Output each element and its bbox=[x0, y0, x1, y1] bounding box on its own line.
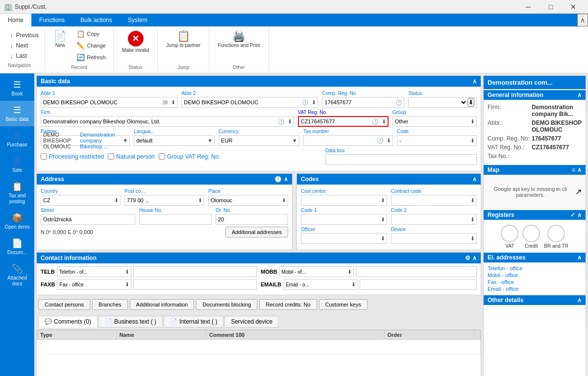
faxb-value-input[interactable] bbox=[134, 281, 256, 288]
el-item-fax[interactable]: Fax - office bbox=[488, 279, 582, 285]
partner-dropdown[interactable]: ▼ bbox=[121, 138, 129, 143]
firm-input[interactable] bbox=[41, 118, 276, 125]
tax-number-dropdown[interactable]: ⬇ bbox=[385, 138, 392, 144]
comp-reg-input[interactable] bbox=[322, 98, 394, 106]
emailb-value-wrap[interactable] bbox=[360, 279, 477, 290]
registers-check-icon[interactable]: ✓ bbox=[570, 212, 575, 218]
ribbon-collapse[interactable]: ∧ bbox=[577, 14, 588, 26]
place-input-wrap[interactable]: ⬇ bbox=[208, 195, 288, 206]
post-code-input[interactable] bbox=[125, 196, 196, 204]
faxb-type-input[interactable] bbox=[57, 281, 123, 288]
functions-print-button[interactable]: 🖨️ Functions and Print bbox=[213, 28, 264, 50]
officer-input-wrap[interactable]: ⬇ bbox=[301, 233, 387, 244]
currency-dropdown[interactable]: ▼ bbox=[291, 138, 299, 143]
code-input[interactable] bbox=[397, 137, 469, 144]
map-external-link-icon[interactable]: ↗ bbox=[575, 187, 582, 196]
language-input[interactable] bbox=[134, 137, 206, 144]
docs-blocking-button[interactable]: Documents blocking bbox=[196, 299, 257, 310]
group-dropdown[interactable]: ⬇ bbox=[469, 118, 476, 125]
tab-home[interactable]: Home bbox=[0, 14, 31, 26]
next-button[interactable]: ↓ Next bbox=[8, 41, 41, 50]
tab-system[interactable]: System bbox=[120, 14, 155, 26]
language-select[interactable]: ▼ bbox=[134, 135, 215, 146]
tab-business-text[interactable]: 📄 Business text ( ) bbox=[98, 316, 163, 328]
mobb-value-wrap[interactable] bbox=[356, 266, 477, 277]
house-no-input[interactable] bbox=[140, 215, 211, 223]
refresh-button[interactable]: 🔄 Refresh bbox=[73, 52, 109, 63]
cost-centre-input[interactable] bbox=[301, 196, 379, 204]
or-no-input-wrap[interactable] bbox=[216, 214, 288, 225]
contact-collapse[interactable]: ∧ bbox=[472, 255, 477, 261]
previous-button[interactable]: ↑ Previous bbox=[8, 31, 41, 40]
code1-input-wrap[interactable]: ⬇ bbox=[301, 214, 387, 225]
telb-dropdown[interactable]: ⬇ bbox=[123, 269, 131, 275]
house-no-input-wrap[interactable] bbox=[139, 214, 212, 225]
group-input[interactable] bbox=[393, 118, 469, 125]
post-code-input-wrap[interactable]: ⬇ bbox=[124, 195, 204, 206]
country-input[interactable] bbox=[41, 196, 113, 204]
firm-dropdown[interactable]: ⬇ bbox=[286, 118, 294, 125]
mobb-type-input[interactable] bbox=[280, 268, 346, 276]
code-dropdown[interactable]: ⬇ bbox=[469, 138, 476, 144]
processing-restricted-checkbox[interactable] bbox=[41, 153, 47, 160]
tab-internal-text[interactable]: 📄 Internal text ( ) bbox=[164, 316, 223, 328]
status-select[interactable]: ⬇ bbox=[408, 97, 477, 108]
currency-select[interactable]: ▼ bbox=[219, 135, 299, 146]
code2-input-wrap[interactable]: ⬇ bbox=[391, 214, 477, 225]
codes-collapse[interactable]: ∧ bbox=[472, 176, 477, 183]
code1-input[interactable] bbox=[301, 215, 379, 223]
tax-number-input[interactable] bbox=[304, 137, 375, 144]
abbr2-clock[interactable]: 🕐 bbox=[300, 99, 310, 106]
minimize-button[interactable]: ─ bbox=[517, 0, 539, 14]
officer-dropdown[interactable]: ⬇ bbox=[379, 235, 387, 242]
additional-info-button[interactable]: Additional information bbox=[130, 299, 195, 310]
code2-input[interactable] bbox=[392, 215, 469, 223]
group-vat-checkbox[interactable] bbox=[159, 153, 165, 160]
faxb-dropdown[interactable]: ⬇ bbox=[123, 282, 131, 288]
or-no-input[interactable] bbox=[216, 215, 288, 223]
emailb-dropdown[interactable]: ⬇ bbox=[350, 282, 357, 288]
other-details-collapse[interactable]: ∧ bbox=[577, 297, 582, 304]
data-box-input[interactable] bbox=[326, 156, 476, 164]
sidebar-item-basic-data[interactable]: ☰ Basic data bbox=[0, 101, 34, 126]
address-collapse[interactable]: ∧ bbox=[284, 176, 288, 183]
map-list-icon[interactable]: ≡ bbox=[572, 166, 575, 173]
new-button[interactable]: 📄 New bbox=[49, 28, 71, 50]
vat-reg-clock[interactable]: 🕐 bbox=[370, 118, 380, 125]
street-input[interactable] bbox=[41, 215, 135, 223]
map-collapse[interactable]: ∧ bbox=[577, 166, 582, 173]
data-box-input-wrap[interactable] bbox=[325, 154, 477, 165]
mobb-dropdown[interactable]: ⬇ bbox=[346, 269, 353, 275]
status-dropdown-btn[interactable]: ⬇ bbox=[467, 98, 474, 107]
telb-value-wrap[interactable] bbox=[133, 266, 257, 277]
language-dropdown[interactable]: ▼ bbox=[206, 138, 214, 143]
sidebar-item-attached-docs[interactable]: 📎 Attached docs bbox=[0, 259, 34, 291]
branches-button[interactable]: Branches bbox=[92, 299, 127, 310]
code-input-wrap[interactable]: ⬇ bbox=[397, 135, 477, 146]
contract-code-input[interactable] bbox=[392, 196, 469, 204]
mobb-type-wrap[interactable]: ⬇ bbox=[279, 266, 354, 277]
abbr2-input[interactable] bbox=[182, 98, 300, 106]
vat-reg-input[interactable] bbox=[299, 118, 370, 125]
jump-to-partner-button[interactable]: 📋 Jump to partner bbox=[162, 28, 205, 50]
el-item-mobil[interactable]: Mobil - office bbox=[488, 272, 582, 279]
copy-button[interactable]: 📋 Copy bbox=[73, 28, 109, 39]
basic-data-collapse[interactable]: ∧ bbox=[472, 78, 477, 85]
officer-input[interactable] bbox=[301, 235, 379, 242]
tab-comments[interactable]: 💬 Comments (0) bbox=[38, 316, 98, 328]
el-item-telefon[interactable]: Telefon - office bbox=[488, 265, 582, 272]
contract-code-input-wrap[interactable]: ⬇ bbox=[391, 195, 477, 206]
abbr1-dropdown[interactable]: ⬇ bbox=[170, 99, 177, 106]
sidebar-item-purchase[interactable]: 👤 Purchase bbox=[0, 126, 34, 152]
tab-serviced-device[interactable]: Serviced device bbox=[224, 316, 279, 328]
group-vat-check[interactable]: Group VAT Reg. No. bbox=[159, 153, 220, 160]
faxb-value-wrap[interactable] bbox=[133, 279, 257, 290]
group-input-wrap[interactable]: ⬇ bbox=[392, 116, 477, 127]
tax-number-clock[interactable]: 🕐 bbox=[375, 138, 385, 144]
change-button[interactable]: ✏️ Change bbox=[73, 40, 109, 51]
maximize-button[interactable]: □ bbox=[540, 0, 562, 14]
contact-persons-button[interactable]: Contact persons bbox=[38, 299, 90, 310]
emailb-value-input[interactable] bbox=[360, 281, 476, 288]
comp-reg-input-wrap[interactable]: 🕐 bbox=[322, 97, 404, 108]
abbr1-input[interactable] bbox=[41, 98, 160, 106]
